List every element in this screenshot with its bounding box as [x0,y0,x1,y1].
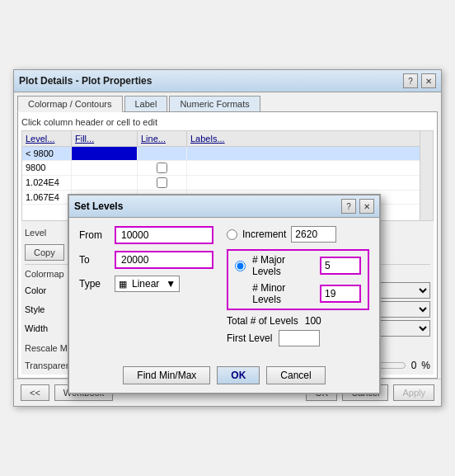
modal-ok-button[interactable]: OK [217,366,260,384]
minor-levels-input[interactable] [320,285,361,303]
title-controls: ? ✕ [403,73,436,88]
modal-cancel-button[interactable]: Cancel [266,366,325,384]
level-label: Level [25,228,74,238]
type-row: Type ▦ Linear ▼ [79,276,213,292]
tab-bar: Colormap / Contours Label Numeric Format… [14,92,441,111]
to-label: To [79,254,108,266]
modal-footer: Find Min/Max OK Cancel [69,361,379,393]
find-min-max-button[interactable]: Find Min/Max [123,366,210,384]
minor-levels-row: # Minor Levels [235,282,361,305]
modal-title-bar: Set Levels ? ✕ [69,196,379,218]
window-title: Plot Details - Plot Properties [19,75,152,87]
modal-left: From To Type ▦ Linear ▼ [79,226,213,353]
cell-line [138,176,187,190]
total-value: 100 [305,315,321,327]
colormap-label: Colormap [25,269,74,279]
modal-body: From To Type ▦ Linear ▼ [69,218,379,361]
from-label: From [79,229,108,241]
total-row: Total # of Levels 100 [227,315,369,327]
table-row[interactable]: 1.024E4 [22,176,433,191]
major-levels-input[interactable] [320,257,361,275]
cell-line [138,161,187,175]
increment-label: Increment [242,229,286,240]
title-bar: Plot Details - Plot Properties ? ✕ [14,70,441,92]
first-level-row: First Level [227,330,369,346]
from-input[interactable] [115,226,213,244]
close-button[interactable]: ✕ [421,73,436,88]
modal-overlay: Set Levels ? ✕ From To [68,194,381,394]
modal-right: Increment # Major Levels # Mino [227,226,369,353]
type-icon: ▦ [119,279,127,290]
first-level-label: First Level [227,332,272,344]
major-levels-label: # Major Levels [252,254,313,277]
type-dropdown-arrow: ▼ [166,278,176,290]
table-header: Level... Fill... Line... Labels... [22,131,433,147]
table-row[interactable]: < 9800 [22,147,433,161]
col-labels[interactable]: Labels... [187,131,433,146]
total-label: Total # of Levels [227,315,298,327]
to-row: To [79,251,213,269]
table-row[interactable]: 9800 [22,161,433,176]
color-label: Color [25,285,70,295]
cell-fill [72,161,138,175]
cell-fill [72,176,138,190]
modal-content: From To Type ▦ Linear ▼ [79,226,369,353]
tab-colormap[interactable]: Colormap / Contours [17,96,123,112]
col-fill[interactable]: Fill... [72,131,138,146]
cell-label [187,147,433,160]
back-button[interactable]: << [21,384,49,401]
cell-label [187,161,433,175]
increment-radio[interactable] [227,229,237,240]
cell-level: 1.067E4 [22,191,72,204]
cell-label [187,176,433,190]
help-button[interactable]: ? [403,73,418,88]
col-line[interactable]: Line... [138,131,187,146]
apply-button[interactable]: Apply [393,384,434,401]
cell-level: < 9800 [22,147,72,160]
modal-close-button[interactable]: ✕ [359,199,374,214]
copy-button[interactable]: Copy [25,244,64,261]
hint-text: Click column header or cell to edit [21,115,434,130]
to-input[interactable] [115,251,213,269]
type-value: Linear [132,278,159,290]
major-levels-row: # Major Levels [235,254,361,277]
type-label: Type [79,278,108,290]
cell-level: 9800 [22,161,72,175]
tab-label[interactable]: Label [124,96,168,111]
transparency-value: 0 [411,360,417,371]
from-row: From [79,226,213,244]
cell-fill [72,147,138,160]
type-select-wrap: ▦ Linear ▼ [115,276,180,292]
cell-level: 1.024E4 [22,176,72,190]
modal-help-button[interactable]: ? [341,199,356,214]
width-label: Width [25,323,70,333]
main-window: Plot Details - Plot Properties ? ✕ Color… [13,69,442,407]
set-levels-modal: Set Levels ? ✕ From To [68,194,381,394]
increment-input[interactable] [291,226,336,243]
modal-title-text: Set Levels [74,200,123,212]
cell-line [138,147,187,160]
transparency-unit: % [421,360,430,371]
major-levels-radio[interactable] [235,261,246,271]
style-label: Style [25,304,70,314]
levels-box: # Major Levels # Minor Levels [227,249,369,310]
col-level[interactable]: Level... [22,131,72,146]
tab-numeric-formats[interactable]: Numeric Formats [169,96,260,111]
vertical-scrollbar[interactable] [420,131,433,220]
minor-levels-label: # Minor Levels [252,282,313,305]
first-level-input[interactable] [279,330,320,346]
increment-radio-row: Increment [227,226,369,243]
